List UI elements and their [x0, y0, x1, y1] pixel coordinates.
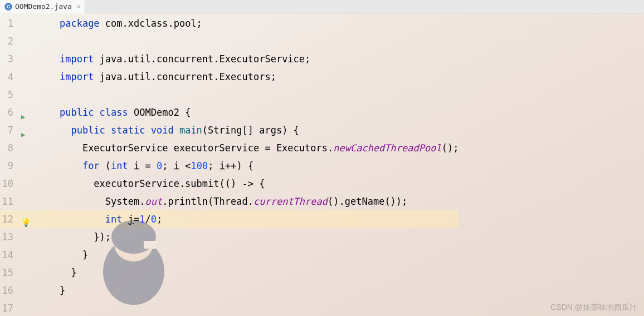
code-line[interactable]: 12💡 int j=1/0;: [0, 210, 458, 228]
line-number: 12: [0, 210, 18, 228]
tab-bar: C OOMDemo2.java ✕: [0, 0, 644, 13]
gutter: [18, 50, 37, 68]
code-content[interactable]: }: [37, 246, 458, 264]
code-content[interactable]: for (int i = 0; i <100; i++) {: [37, 157, 458, 175]
line-number: 3: [0, 50, 18, 68]
line-number: 15: [0, 264, 18, 282]
code-content[interactable]: ExecutorService executorService = Execut…: [37, 139, 458, 157]
line-number: 1: [0, 14, 18, 32]
code-line[interactable]: 14 }: [0, 246, 458, 264]
file-tab[interactable]: C OOMDemo2.java ✕: [0, 0, 85, 13]
code-content[interactable]: });: [37, 228, 458, 246]
code-line[interactable]: 16 }: [0, 282, 458, 299]
line-number: 6: [0, 103, 18, 121]
watermark: CSDN @抹茶味的西瓜汁: [550, 303, 637, 313]
code-line[interactable]: 6▶ public class OOMDemo2 {: [0, 103, 458, 121]
gutter: [18, 299, 37, 316]
code-line[interactable]: 17: [0, 299, 458, 316]
code-line[interactable]: 3 import java.util.concurrent.ExecutorSe…: [0, 50, 458, 68]
line-number: 13: [0, 228, 18, 246]
line-number: 9: [0, 157, 18, 175]
code-line[interactable]: 4 import java.util.concurrent.Executors;: [0, 68, 458, 86]
gutter: ▶: [18, 103, 37, 121]
gutter: [18, 157, 37, 175]
code-line[interactable]: 8 ExecutorService executorService = Exec…: [0, 139, 458, 157]
code-line[interactable]: 11 System.out.println(Thread.currentThre…: [0, 192, 458, 210]
gutter: [18, 264, 37, 282]
code-content[interactable]: int j=1/0;: [37, 210, 458, 228]
line-number: 14: [0, 246, 18, 264]
code-line[interactable]: 15 }: [0, 264, 458, 282]
gutter: [18, 86, 37, 103]
code-line[interactable]: 5: [0, 86, 458, 103]
code-line[interactable]: 13 });: [0, 228, 458, 246]
code-content[interactable]: }: [37, 264, 458, 282]
gutter: ▶: [18, 121, 37, 139]
gutter: [18, 228, 37, 246]
gutter: [18, 139, 37, 157]
line-number: 17: [0, 299, 18, 316]
line-number: 2: [0, 32, 18, 50]
code-line[interactable]: 9 for (int i = 0; i <100; i++) {: [0, 157, 458, 175]
code-content[interactable]: import java.util.concurrent.ExecutorServ…: [37, 50, 458, 68]
gutter: [18, 32, 37, 50]
line-number: 16: [0, 282, 18, 299]
java-class-icon: C: [4, 3, 12, 11]
code-line[interactable]: 7▶ public static void main(String[] args…: [0, 121, 458, 139]
line-number: 10: [0, 175, 18, 192]
code-line[interactable]: 10 executorService.submit(() -> {: [0, 175, 458, 192]
close-icon[interactable]: ✕: [77, 3, 81, 10]
line-number: 5: [0, 86, 18, 103]
gutter: 💡: [18, 210, 37, 228]
gutter: [18, 246, 37, 264]
code-content[interactable]: [37, 32, 458, 50]
gutter: [18, 68, 37, 86]
code-content[interactable]: executorService.submit(() -> {: [37, 175, 458, 192]
line-number: 8: [0, 139, 18, 157]
gutter: [18, 175, 37, 192]
code-content[interactable]: public class OOMDemo2 {: [37, 103, 458, 121]
code-line[interactable]: 2: [0, 32, 458, 50]
gutter: [18, 14, 37, 32]
tab-filename: OOMDemo2.java: [15, 2, 72, 11]
gutter: [18, 282, 37, 299]
code-content[interactable]: System.out.println(Thread.currentThread(…: [37, 192, 458, 210]
line-number: 7: [0, 121, 18, 139]
code-editor[interactable]: 1 package com.xdclass.pool;2 3 import ja…: [0, 13, 644, 316]
svg-text:C: C: [7, 4, 11, 9]
gutter: [18, 192, 37, 210]
line-number: 11: [0, 192, 18, 210]
code-content[interactable]: public static void main(String[] args) {: [37, 121, 458, 139]
code-content[interactable]: package com.xdclass.pool;: [37, 14, 458, 32]
code-line[interactable]: 1 package com.xdclass.pool;: [0, 14, 458, 32]
code-content[interactable]: [37, 299, 458, 316]
code-content[interactable]: import java.util.concurrent.Executors;: [37, 68, 458, 86]
code-content[interactable]: }: [37, 282, 458, 299]
line-number: 4: [0, 68, 18, 86]
code-content[interactable]: [37, 86, 458, 103]
